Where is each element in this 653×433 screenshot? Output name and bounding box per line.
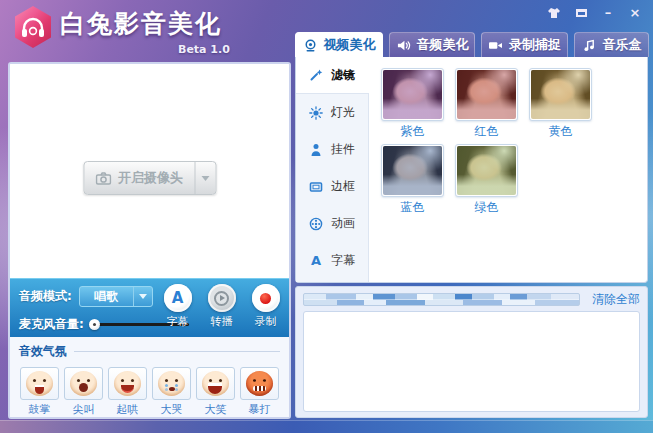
- film-reel-icon: [309, 217, 323, 231]
- cry-face-icon: [158, 371, 185, 396]
- sound-effects-title: 音效气氛: [19, 343, 67, 360]
- restore-button[interactable]: [573, 5, 589, 20]
- tab-video-beautify[interactable]: 视频美化: [295, 32, 383, 57]
- play-icon: [220, 295, 225, 301]
- tab-audio-beautify[interactable]: 音频美化: [389, 32, 475, 57]
- filter-thumbnail[interactable]: [529, 68, 592, 121]
- clear-all-link[interactable]: 清除全部: [592, 291, 640, 308]
- tab-music-box[interactable]: 音乐盒: [574, 32, 649, 57]
- sidebar-item-pendant[interactable]: 挂件: [296, 131, 368, 168]
- sidebar-item-animation[interactable]: 动画: [296, 205, 368, 242]
- sidebar-item-label: 字幕: [331, 252, 355, 269]
- subtitle-button[interactable]: A: [164, 284, 192, 312]
- sun-light-icon: [309, 106, 323, 120]
- sidebar-item-label: 滤镜: [331, 67, 355, 84]
- camera-preview-area: 开启摄像头: [10, 64, 289, 278]
- sidebar-item-label: 动画: [331, 215, 355, 232]
- close-button[interactable]: ×: [627, 5, 643, 20]
- broadcast-button-label: 转播: [203, 314, 240, 329]
- emote-beat: 暴打: [239, 367, 280, 417]
- open-camera-label: 开启摄像头: [118, 169, 183, 187]
- filter-thumbnail[interactable]: [381, 68, 444, 121]
- close-icon: ×: [630, 6, 641, 19]
- filter-thumbnail[interactable]: [381, 144, 444, 197]
- emote-label: 大笑: [195, 402, 236, 417]
- sidebar-item-label: 灯光: [331, 104, 355, 121]
- tab-label: 音乐盒: [603, 36, 642, 54]
- mic-volume-label: 麦克风音量:: [19, 316, 84, 333]
- skin-button[interactable]: [546, 5, 562, 20]
- emote-button[interactable]: [64, 367, 103, 400]
- tab-record-capture[interactable]: 录制捕捉: [481, 32, 568, 57]
- tab-label: 录制捕捉: [509, 36, 561, 54]
- filter-thumbnail[interactable]: [455, 68, 518, 121]
- webcam-icon: [303, 39, 318, 52]
- emote-button[interactable]: [108, 367, 147, 400]
- filter-label: 紫色: [381, 123, 444, 140]
- open-camera-button[interactable]: 开启摄像头: [83, 161, 216, 195]
- record-button[interactable]: [252, 284, 280, 312]
- jeer-face-icon: [114, 371, 141, 396]
- magic-wand-icon: [309, 68, 323, 82]
- audio-action-buttons: A 字幕 转播 录制: [159, 284, 284, 329]
- open-camera-button-main[interactable]: 开启摄像头: [84, 162, 194, 194]
- tint-overlay: [531, 70, 590, 119]
- broadcast-button[interactable]: [208, 284, 236, 312]
- music-note-icon: [582, 39, 597, 52]
- audio-mode-dropdown[interactable]: 唱歌: [79, 286, 153, 307]
- sidebar-item-label: 边框: [331, 178, 355, 195]
- emote-label: 暴打: [239, 402, 280, 417]
- filter-item-green: 绿色: [455, 144, 518, 216]
- emote-button[interactable]: [196, 367, 235, 400]
- record-action: 录制: [247, 284, 284, 329]
- divider: [74, 351, 280, 352]
- broadcast-ring-icon: [214, 291, 229, 306]
- minimize-button[interactable]: –: [600, 5, 616, 20]
- emote-button[interactable]: [152, 367, 191, 400]
- tab-label: 音频美化: [417, 36, 469, 54]
- subtitle-action: A 字幕: [159, 284, 196, 329]
- applause-face-icon: [26, 371, 53, 396]
- chevron-down-icon: [139, 294, 147, 299]
- slider-knob[interactable]: [89, 319, 100, 330]
- emote-button[interactable]: [240, 367, 279, 400]
- headphones-icon: [20, 16, 46, 38]
- camera-options-dropdown[interactable]: [194, 162, 215, 194]
- version-label: Beta 1.0: [178, 43, 230, 56]
- filter-label: 蓝色: [381, 199, 444, 216]
- emote-jeer: 起哄: [107, 367, 148, 417]
- sidebar-item-subtitle[interactable]: A 字幕: [296, 242, 368, 279]
- filter-thumbnail[interactable]: [455, 144, 518, 197]
- sidebar-item-filter[interactable]: 滤镜: [296, 57, 369, 94]
- filter-item-yellow: 黄色: [529, 68, 592, 140]
- app-title: 白兔影音美化: [60, 7, 222, 40]
- broadcast-action: 转播: [203, 284, 240, 329]
- emote-cry: 大哭: [151, 367, 192, 417]
- emote-scream: 尖叫: [63, 367, 104, 417]
- preview-panel: 开启摄像头 音频模式: 唱歌 麦克风音量: A 字幕: [8, 62, 291, 419]
- minimize-icon: –: [605, 6, 612, 19]
- tint-overlay: [383, 70, 442, 119]
- dropdown-arrow[interactable]: [133, 287, 152, 306]
- effect-category-nav: 滤镜 灯光 挂件 边框: [296, 57, 369, 282]
- tab-bar: 视频美化 音频美化 录制捕捉 音乐盒: [295, 32, 649, 57]
- sidebar-item-label: 挂件: [331, 141, 355, 158]
- emote-button[interactable]: [20, 367, 59, 400]
- media-list-panel: 清除全部: [295, 286, 648, 418]
- audio-mode-label: 音频模式:: [19, 288, 72, 305]
- sidebar-item-light[interactable]: 灯光: [296, 94, 368, 131]
- filter-item-blue: 蓝色: [381, 144, 444, 216]
- record-dot-icon: [260, 293, 271, 304]
- emote-laugh: 大笑: [195, 367, 236, 417]
- emote-label: 尖叫: [63, 402, 104, 417]
- filter-label: 黄色: [529, 123, 592, 140]
- sidebar-item-border[interactable]: 边框: [296, 168, 368, 205]
- filter-label: 绿色: [455, 199, 518, 216]
- app-logo: [13, 6, 53, 48]
- emote-applause: 鼓掌: [19, 367, 60, 417]
- filter-label: 红色: [455, 123, 518, 140]
- camcorder-icon: [488, 39, 503, 52]
- speaker-icon: [396, 39, 411, 52]
- audio-control-bar: 音频模式: 唱歌 麦克风音量: A 字幕 转播 录制: [10, 278, 289, 337]
- timeline-bar[interactable]: [303, 293, 580, 306]
